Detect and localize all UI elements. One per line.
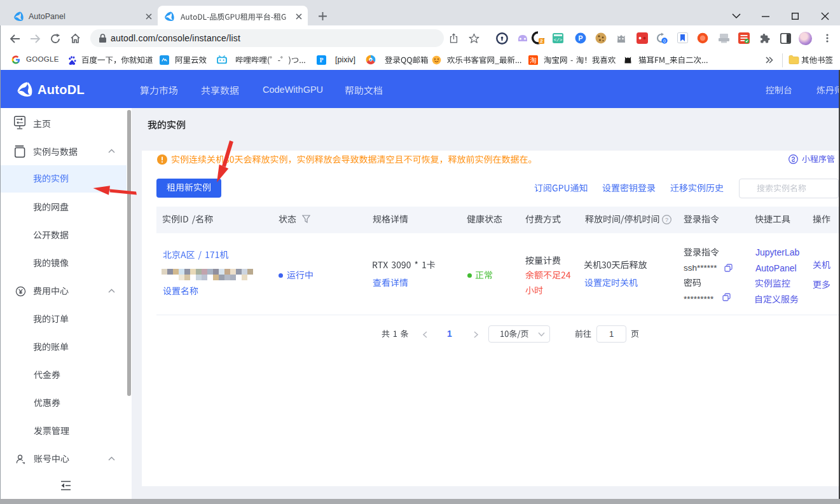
svg-text:0: 0 bbox=[663, 39, 666, 43]
svg-text:2: 2 bbox=[540, 38, 543, 44]
svg-text:?: ? bbox=[665, 217, 668, 223]
svg-text:P: P bbox=[578, 34, 582, 42]
svg-text:</>: </> bbox=[554, 37, 563, 43]
svg-text:P: P bbox=[320, 57, 324, 64]
